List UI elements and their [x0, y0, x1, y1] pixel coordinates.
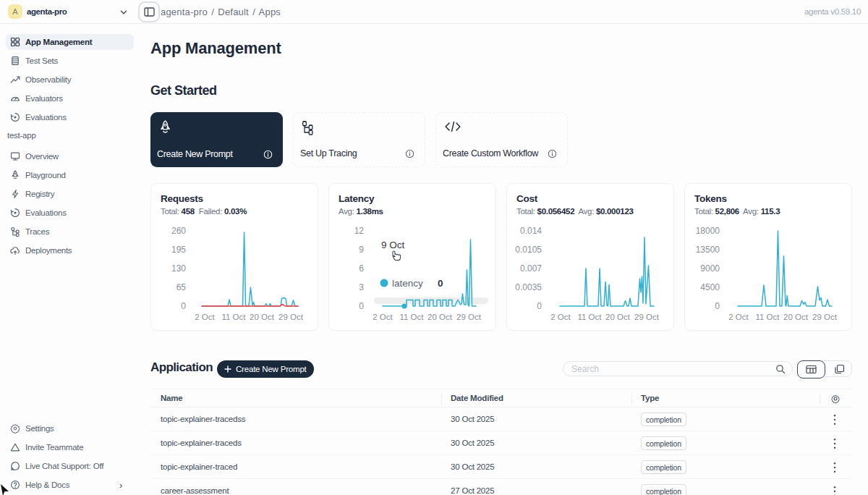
svg-text:latency: latency	[392, 278, 423, 289]
svg-text:65: 65	[176, 282, 187, 292]
svg-text:11 Oct: 11 Oct	[399, 313, 424, 321]
svg-text:18000: 18000	[696, 226, 720, 236]
svg-text:0: 0	[715, 301, 720, 311]
svg-text:29 Oct: 29 Oct	[812, 313, 838, 321]
svg-text:260: 260	[171, 226, 186, 236]
svg-text:2 Oct: 2 Oct	[550, 313, 571, 321]
svg-text:195: 195	[171, 245, 186, 255]
svg-text:2 Oct: 2 Oct	[195, 313, 215, 321]
svg-text:20 Oct: 20 Oct	[427, 313, 453, 321]
svg-text:6: 6	[359, 263, 364, 274]
svg-text:0.007: 0.007	[520, 263, 542, 274]
svg-text:0.0105: 0.0105	[515, 245, 542, 255]
svg-text:2 Oct: 2 Oct	[728, 313, 749, 321]
svg-text:13500: 13500	[696, 245, 720, 255]
svg-text:2 Oct: 2 Oct	[373, 313, 393, 321]
svg-text:9000: 9000	[700, 263, 720, 274]
svg-text:0.014: 0.014	[520, 226, 542, 236]
svg-text:9: 9	[359, 245, 364, 255]
svg-text:0: 0	[359, 301, 364, 311]
svg-text:20 Oct: 20 Oct	[605, 313, 631, 321]
svg-text:9 Oct: 9 Oct	[381, 240, 405, 250]
svg-text:29 Oct: 29 Oct	[456, 313, 482, 321]
svg-text:130: 130	[171, 263, 186, 274]
svg-text:0: 0	[181, 301, 186, 311]
svg-text:0: 0	[537, 301, 542, 311]
svg-text:29 Oct: 29 Oct	[278, 313, 304, 321]
svg-text:11 Oct: 11 Oct	[755, 313, 780, 321]
svg-text:0: 0	[438, 278, 443, 289]
svg-text:20 Oct: 20 Oct	[250, 313, 275, 321]
svg-text:11 Oct: 11 Oct	[577, 313, 602, 321]
svg-text:20 Oct: 20 Oct	[783, 313, 809, 321]
svg-text:29 Oct: 29 Oct	[634, 313, 660, 321]
svg-text:0.0035: 0.0035	[515, 282, 542, 292]
svg-text:4500: 4500	[700, 282, 720, 292]
svg-text:3: 3	[359, 282, 364, 292]
svg-text:12: 12	[354, 226, 365, 236]
svg-text:11 Oct: 11 Oct	[221, 313, 246, 321]
